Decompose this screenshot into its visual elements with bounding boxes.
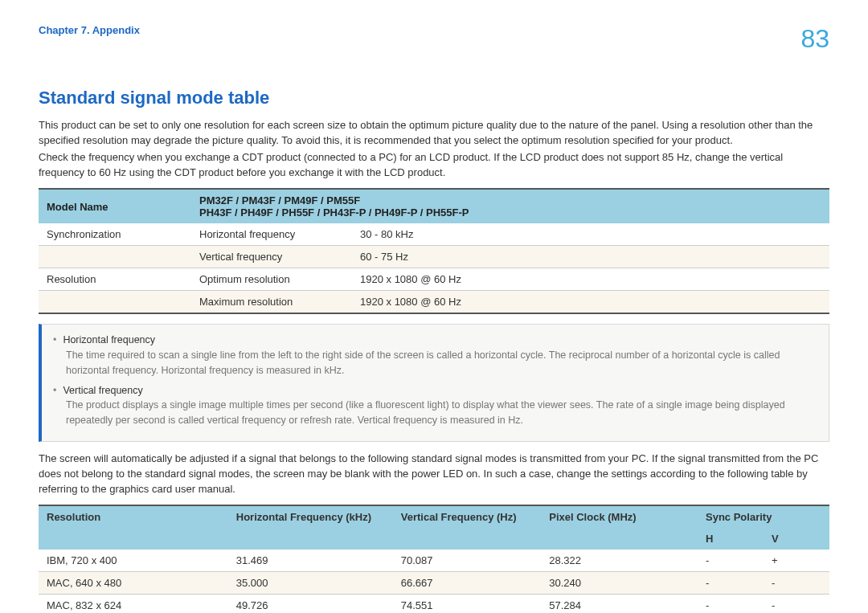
t2-cell-sv: - xyxy=(764,595,829,613)
t1-row-val: 30 - 80 kHz xyxy=(352,223,829,246)
t2-cell-res: MAC, 832 x 624 xyxy=(39,595,228,613)
note-definition: The time required to scan a single line … xyxy=(66,348,817,378)
table-row: MAC, 832 x 624 49.726 74.551 57.284 - - xyxy=(39,595,829,613)
t2-cell-res: IBM, 720 x 400 xyxy=(39,550,228,572)
t1-row-label xyxy=(39,246,191,268)
definitions-note: Horizontal frequency The time required t… xyxy=(39,324,829,442)
t2-cell-sh: - xyxy=(698,595,764,613)
t1-row-sub: Optimum resolution xyxy=(191,268,352,291)
t2-cell-hf: 49.726 xyxy=(228,595,393,613)
t2-cell-pc: 28.322 xyxy=(541,550,698,572)
t2-cell-sh: - xyxy=(698,572,764,595)
t1-row-val: 60 - 75 Hz xyxy=(352,246,829,268)
section-title: Standard signal mode table xyxy=(39,88,829,108)
t2-header-sync: Sync Polarity xyxy=(698,505,829,528)
t1-row-sub: Horizontal frequency xyxy=(191,223,352,246)
page-number: 83 xyxy=(800,24,829,54)
intro-text: This product can be set to only one reso… xyxy=(39,118,829,180)
t1-row-label xyxy=(39,291,191,314)
t1-row-sub: Maximum resolution xyxy=(191,291,352,314)
t1-row-label: Resolution xyxy=(39,268,191,291)
note-definition: The product displays a single image mult… xyxy=(66,398,817,428)
t2-header-vfreq: Vertical Frequency (Hz) xyxy=(393,505,542,550)
t2-cell-vf: 70.087 xyxy=(393,550,542,572)
t1-row-val: 1920 x 1080 @ 60 Hz xyxy=(352,268,829,291)
t1-row-label: Synchronization xyxy=(39,223,191,246)
t1-header-models-list: PM32F / PM43F / PM49F / PM55F PH43F / PH… xyxy=(191,189,829,223)
intro-paragraph-2: Check the frequency when you exchange a … xyxy=(39,150,829,181)
note-term: Horizontal frequency xyxy=(53,333,817,348)
t2-cell-pc: 30.240 xyxy=(541,572,698,595)
t2-header-resolution: Resolution xyxy=(39,505,228,550)
mid-paragraph: The screen will automatically be adjuste… xyxy=(39,452,829,497)
t2-header-sync-v: V xyxy=(764,528,829,550)
t2-cell-sv: + xyxy=(764,550,829,572)
table-row: IBM, 720 x 400 31.469 70.087 28.322 - + xyxy=(39,550,829,572)
signal-mode-table: Resolution Horizontal Frequency (kHz) Ve… xyxy=(39,505,829,613)
note-term: Vertical frequency xyxy=(53,383,817,398)
t1-header-line1: PM32F / PM43F / PM49F / PM55F xyxy=(199,194,821,206)
t2-cell-vf: 66.667 xyxy=(393,572,542,595)
t1-row-val: 1920 x 1080 @ 60 Hz xyxy=(352,291,829,314)
t1-header-model: Model Name xyxy=(39,189,191,223)
intro-paragraph-1: This product can be set to only one reso… xyxy=(39,118,829,149)
t2-header-hfreq: Horizontal Frequency (kHz) xyxy=(228,505,393,550)
t2-header-pclock: Pixel Clock (MHz) xyxy=(541,505,698,550)
t2-cell-pc: 57.284 xyxy=(541,595,698,613)
t1-row-sub: Vertical frequency xyxy=(191,246,352,268)
t2-cell-sv: - xyxy=(764,572,829,595)
t2-cell-hf: 35.000 xyxy=(228,572,393,595)
t2-header-sync-h: H xyxy=(698,528,764,550)
model-spec-table: Model Name PM32F / PM43F / PM49F / PM55F… xyxy=(39,188,829,314)
t2-cell-hf: 31.469 xyxy=(228,550,393,572)
t1-header-line2: PH43F / PH49F / PH55F / PH43F-P / PH49F-… xyxy=(199,206,821,219)
t2-cell-vf: 74.551 xyxy=(393,595,542,613)
t2-cell-res: MAC, 640 x 480 xyxy=(39,572,228,595)
table-row: MAC, 640 x 480 35.000 66.667 30.240 - - xyxy=(39,572,829,595)
chapter-breadcrumb: Chapter 7. Appendix xyxy=(39,24,140,36)
t2-cell-sh: - xyxy=(698,550,764,572)
